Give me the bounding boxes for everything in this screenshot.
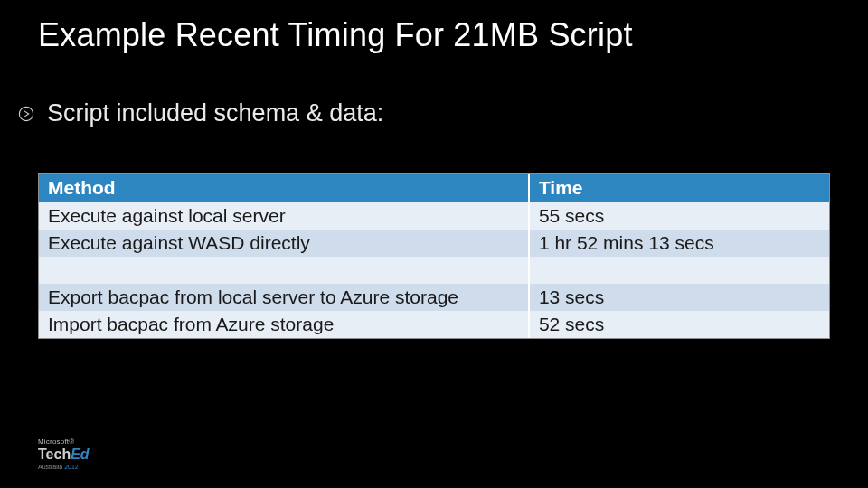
arrow-bullet-icon — [18, 106, 34, 122]
table-row: Execute against local server 55 secs — [39, 202, 829, 230]
cell-time: 55 secs — [529, 202, 829, 230]
slide-title: Example Recent Timing For 21MB Script — [0, 0, 868, 54]
cell-time: 52 secs — [529, 311, 829, 338]
cell-method: Import bacpac from Azure storage — [39, 311, 529, 338]
brand-main: TechEd — [38, 447, 90, 462]
brand-small: Microsoft® — [38, 438, 90, 446]
header-time: Time — [529, 174, 829, 202]
table-row: Export bacpac from local server to Azure… — [39, 284, 829, 311]
timing-table: Method Time Execute against local server… — [38, 173, 830, 339]
table-row: Execute against WASD directly 1 hr 52 mi… — [39, 230, 829, 257]
bullet-text: Script included schema & data: — [47, 99, 383, 127]
brand-tech: Tech — [38, 446, 71, 462]
table-header-row: Method Time — [39, 174, 829, 202]
table-row — [39, 257, 829, 284]
footer-logo: Microsoft® TechEd Australia 2012 — [38, 438, 90, 470]
region-year: 2012 — [64, 464, 79, 470]
bullet-item: Script included schema & data: — [18, 99, 868, 127]
brand-region: Australia 2012 — [38, 464, 90, 470]
brand-ed: Ed — [71, 446, 89, 462]
cell-method: Execute against WASD directly — [39, 230, 529, 257]
cell-method: Export bacpac from local server to Azure… — [39, 284, 529, 311]
region-text: Australia — [38, 464, 64, 470]
cell-method: Execute against local server — [39, 202, 529, 230]
header-method: Method — [39, 174, 529, 202]
cell-time: 1 hr 52 mins 13 secs — [529, 230, 829, 257]
svg-point-0 — [19, 107, 33, 120]
cell-time — [529, 257, 829, 284]
cell-time: 13 secs — [529, 284, 829, 311]
table-row: Import bacpac from Azure storage 52 secs — [39, 311, 829, 338]
cell-method — [39, 257, 529, 284]
